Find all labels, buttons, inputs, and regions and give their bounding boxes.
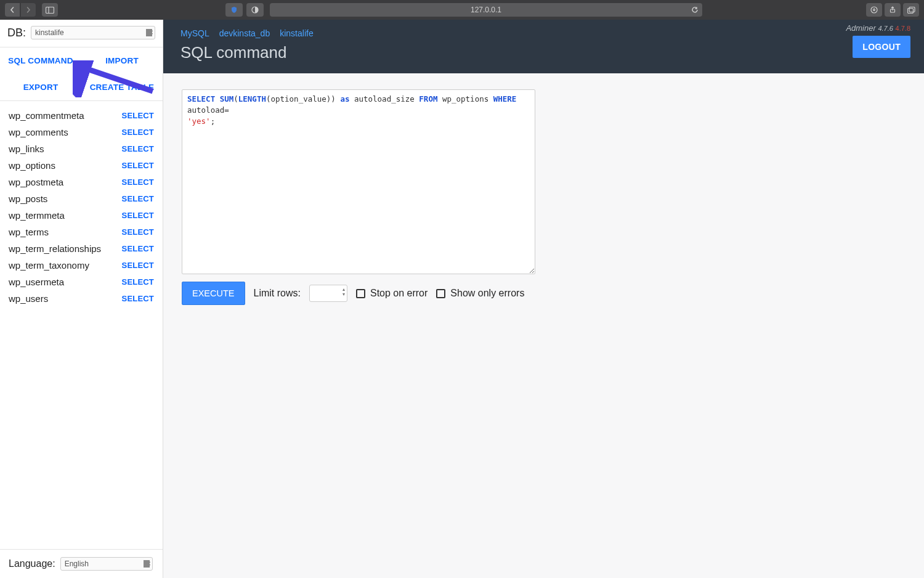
tables-list: wp_commentmetaSELECTwp_commentsSELECTwp_… — [0, 101, 163, 549]
table-row: wp_optionsSELECT — [9, 157, 154, 174]
db-selector-row: DB: kinstalife ▴▾ — [0, 20, 163, 47]
table-select-link[interactable]: SELECT — [122, 294, 154, 303]
export-link[interactable]: EXPORT — [0, 74, 81, 100]
execute-button[interactable]: EXECUTE — [182, 282, 245, 305]
table-row: wp_term_relationshipsSELECT — [9, 240, 154, 257]
table-select-link[interactable]: SELECT — [122, 194, 154, 203]
shield-icon[interactable] — [225, 3, 243, 17]
svg-rect-5 — [907, 8, 913, 13]
language-select[interactable]: English ▴▾ — [60, 557, 153, 571]
stop-on-error-checkbox[interactable]: Stop on error — [356, 288, 428, 299]
table-row: wp_termsSELECT — [9, 224, 154, 240]
table-row: wp_linksSELECT — [9, 140, 154, 157]
download-icon[interactable] — [866, 3, 882, 17]
table-select-link[interactable]: SELECT — [122, 177, 154, 187]
chevron-updown-icon: ▴▾ — [148, 559, 150, 568]
sidebar-actions: SQL COMMAND IMPORT EXPORT CREATE TABLE — [0, 47, 163, 101]
table-name-link[interactable]: wp_term_taxonomy — [9, 260, 89, 271]
table-row: wp_termmetaSELECT — [9, 207, 154, 224]
breadcrumb-link[interactable]: kinstalife — [280, 28, 313, 38]
chevron-updown-icon: ▴▾ — [342, 287, 345, 297]
logout-button[interactable]: LOGOUT — [853, 36, 910, 58]
back-button[interactable] — [5, 3, 20, 17]
table-name-link[interactable]: wp_postmeta — [9, 177, 63, 187]
forward-button[interactable] — [21, 3, 36, 17]
page-title: SQL command — [180, 43, 907, 62]
controls-row: EXECUTE Limit rows: ▴▾ Stop on error Sho… — [182, 282, 906, 305]
show-only-errors-checkbox[interactable]: Show only errors — [436, 288, 524, 299]
address-bar[interactable]: 127.0.0.1 — [270, 3, 702, 17]
table-row: wp_term_taxonomySELECT — [9, 257, 154, 274]
sidebar-toggle-button[interactable] — [42, 3, 58, 17]
table-select-link[interactable]: SELECT — [122, 144, 154, 153]
checkbox-icon — [436, 289, 445, 298]
browser-toolbar: 127.0.0.1 — [0, 0, 924, 20]
table-name-link[interactable]: wp_links — [9, 144, 44, 154]
table-select-link[interactable]: SELECT — [122, 244, 154, 253]
table-name-link[interactable]: wp_terms — [9, 227, 49, 237]
svg-rect-6 — [909, 7, 915, 12]
table-row: wp_postsSELECT — [9, 190, 154, 207]
limit-rows-label: Limit rows: — [254, 288, 301, 299]
svg-rect-0 — [46, 7, 54, 13]
table-row: wp_commentmetaSELECT — [9, 107, 154, 124]
table-row: wp_usersSELECT — [9, 290, 154, 307]
table-name-link[interactable]: wp_comments — [9, 127, 68, 137]
sql-textarea[interactable]: SELECT SUM(LENGTH(option_value)) as auto… — [182, 89, 535, 274]
table-select-link[interactable]: SELECT — [122, 128, 154, 137]
table-select-link[interactable]: SELECT — [122, 277, 154, 287]
reader-icon[interactable] — [246, 3, 264, 17]
table-row: wp_commentsSELECT — [9, 124, 154, 140]
nav-buttons — [5, 3, 36, 17]
table-name-link[interactable]: wp_term_relationships — [9, 243, 101, 254]
browser-right-buttons — [866, 3, 919, 17]
tabs-icon[interactable] — [903, 3, 919, 17]
main-area: Adminer 4.7.6 4.7.8 MySQLdevkinsta_dbkin… — [163, 20, 924, 578]
table-select-link[interactable]: SELECT — [122, 161, 154, 170]
table-name-link[interactable]: wp_termmeta — [9, 210, 65, 221]
table-select-link[interactable]: SELECT — [122, 227, 154, 237]
chevron-updown-icon: ▴▾ — [150, 28, 153, 36]
breadcrumb-link[interactable]: devkinsta_db — [219, 28, 270, 38]
import-link[interactable]: IMPORT — [81, 47, 163, 74]
checkbox-icon — [356, 289, 365, 298]
table-select-link[interactable]: SELECT — [122, 211, 154, 220]
header: Adminer 4.7.6 4.7.8 MySQLdevkinsta_dbkin… — [163, 20, 924, 73]
db-select[interactable]: kinstalife ▴▾ — [31, 26, 155, 39]
table-name-link[interactable]: wp_commentmeta — [9, 110, 84, 121]
breadcrumb-link[interactable]: MySQL — [180, 28, 209, 38]
content: SELECT SUM(LENGTH(option_value)) as auto… — [163, 73, 924, 321]
share-icon[interactable] — [885, 3, 901, 17]
sql-command-link[interactable]: SQL COMMAND — [0, 47, 81, 74]
sidebar: DB: kinstalife ▴▾ SQL COMMAND IMPORT EXP… — [0, 20, 163, 578]
reload-icon[interactable] — [691, 6, 699, 14]
create-table-link[interactable]: CREATE TABLE — [81, 74, 163, 100]
brand: Adminer 4.7.6 4.7.8 — [846, 23, 910, 33]
table-name-link[interactable]: wp_users — [9, 293, 48, 304]
table-select-link[interactable]: SELECT — [122, 111, 154, 120]
language-row: Language: English ▴▾ — [0, 549, 163, 578]
table-row: wp_usermetaSELECT — [9, 274, 154, 290]
language-label: Language: — [9, 558, 55, 569]
url-text: 127.0.0.1 — [471, 6, 501, 14]
table-row: wp_postmetaSELECT — [9, 174, 154, 190]
table-name-link[interactable]: wp_usermeta — [9, 277, 64, 287]
table-name-link[interactable]: wp_options — [9, 160, 55, 171]
db-label: DB: — [7, 26, 26, 39]
table-name-link[interactable]: wp_posts — [9, 193, 47, 204]
table-select-link[interactable]: SELECT — [122, 261, 154, 270]
breadcrumb: MySQLdevkinsta_dbkinstalife — [180, 28, 907, 38]
limit-rows-input[interactable]: ▴▾ — [309, 285, 347, 302]
